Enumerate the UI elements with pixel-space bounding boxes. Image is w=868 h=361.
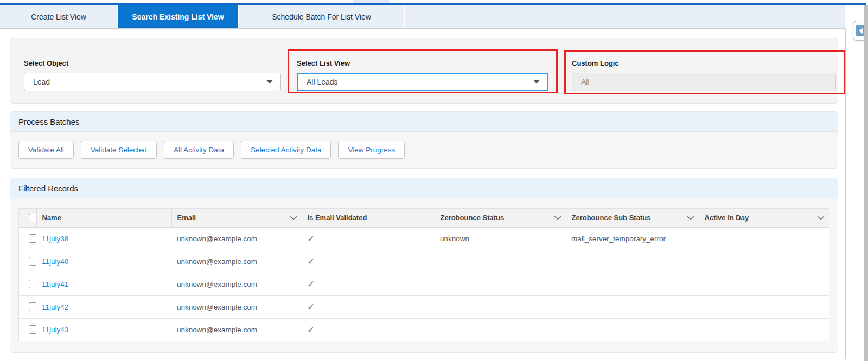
vertical-scrollbar[interactable] xyxy=(864,5,868,361)
column-header-zerobounce-sub-status: Zerobounce Sub Status xyxy=(572,214,651,222)
all-activity-data-button[interactable]: All Activity Data xyxy=(164,141,234,159)
table-row: 11july38 unknown@example.com ✓ unknown m… xyxy=(19,227,829,250)
table-header-row: Name Email Is Email Validated Zerobounce… xyxy=(19,209,829,227)
column-header-email: Email xyxy=(177,214,196,222)
check-icon: ✓ xyxy=(307,325,315,335)
check-icon: ✓ xyxy=(307,234,315,244)
view-progress-button[interactable]: View Progress xyxy=(338,141,405,159)
process-batches-toolbar: Validate All Validate Selected All Activ… xyxy=(10,132,838,159)
main-container: Select Object Lead Select List View All … xyxy=(0,28,846,359)
tab-schedule-batch-for-list-view[interactable]: Schedule Batch For List View xyxy=(239,5,405,28)
record-email: unknown@example.com xyxy=(177,235,257,243)
column-header-active-in-day: Active In Day xyxy=(705,214,749,222)
dropdown-arrow-icon xyxy=(266,80,273,84)
table-row: 11july40 unknown@example.com ✓ xyxy=(19,250,829,273)
app-screen: Create List View Search Existing List Vi… xyxy=(0,0,868,361)
tab-search-existing-list-view[interactable]: Search Existing List View xyxy=(118,5,239,28)
record-name-link[interactable]: 11july40 xyxy=(42,257,68,266)
tab-create-list-view[interactable]: Create List View xyxy=(0,5,118,28)
column-header-is-email-validated: Is Email Validated xyxy=(308,214,367,222)
table-row: 11july41 unknown@example.com ✓ xyxy=(19,273,829,295)
select-object-value: Lead xyxy=(33,78,50,86)
record-name-link[interactable]: 11july43 xyxy=(42,326,68,334)
check-icon: ✓ xyxy=(307,256,315,267)
select-object-field: Select Object Lead xyxy=(24,38,281,103)
tab-bar: Create List View Search Existing List Vi… xyxy=(0,5,845,28)
column-header-zerobounce-status: Zerobounce Status xyxy=(441,214,505,222)
chevron-down-icon[interactable] xyxy=(817,216,825,220)
annotation-box-select-list-view xyxy=(288,49,558,93)
record-email: unknown@example.com xyxy=(177,257,257,266)
record-status: unknown xyxy=(440,235,469,243)
select-object-dropdown[interactable]: Lead xyxy=(24,73,281,91)
table-row: 11july42 unknown@example.com ✓ xyxy=(19,295,829,318)
column-header-name: Name xyxy=(42,214,61,222)
chevron-down-icon[interactable] xyxy=(554,216,561,220)
check-icon: ✓ xyxy=(307,302,315,312)
record-email: unknown@example.com xyxy=(177,326,257,334)
filtered-records-panel: Filtered Records Name Email Is Emai xyxy=(10,178,838,353)
chevron-down-icon[interactable] xyxy=(687,216,694,220)
process-batches-header: Process Batches xyxy=(10,112,838,132)
table-row: 11july43 unknown@example.com ✓ xyxy=(19,318,829,341)
chevron-down-icon[interactable] xyxy=(290,216,297,220)
record-email: unknown@example.com xyxy=(177,303,257,311)
filtered-records-header: Filtered Records xyxy=(10,178,838,198)
selected-activity-data-button[interactable]: Selected Activity Data xyxy=(241,141,331,159)
process-batches-panel: Process Batches Validate All Validate Se… xyxy=(10,111,838,169)
record-name-link[interactable]: 11july42 xyxy=(42,303,68,311)
records-table: Name Email Is Email Validated Zerobounce… xyxy=(18,208,829,341)
record-sub-status: mail_server_temporary_error xyxy=(571,235,666,243)
annotation-box-custom-logic xyxy=(564,50,845,94)
record-name-link[interactable]: 11july38 xyxy=(42,235,68,243)
validate-all-button[interactable]: Validate All xyxy=(18,141,74,159)
record-email: unknown@example.com xyxy=(177,280,257,288)
validate-selected-button[interactable]: Validate Selected xyxy=(81,141,157,159)
check-icon: ✓ xyxy=(307,279,315,289)
record-name-link[interactable]: 11july41 xyxy=(42,280,68,288)
select-object-label: Select Object xyxy=(24,59,68,67)
